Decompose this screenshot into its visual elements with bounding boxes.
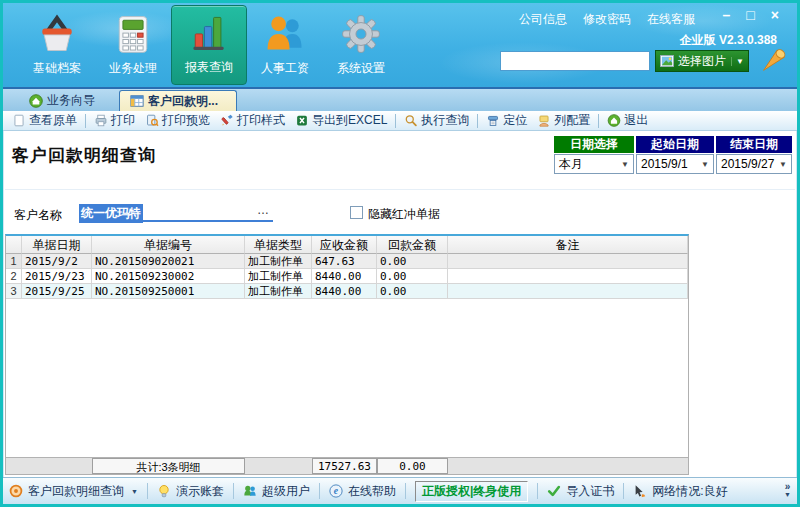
pen-icon [220,114,234,127]
start-date-header: 起始日期 [636,136,714,153]
status-separator [405,483,406,499]
cell-date: 2015/9/25 [22,284,92,299]
nav-item-hr-payroll[interactable]: 人事工资 [247,5,323,85]
online-help-label: 在线帮助 [348,483,396,500]
grid-header-row: 单据日期 单据编号 单据类型 应收金额 回款金额 备注 [6,236,688,254]
column-header[interactable]: 回款金额 [377,236,448,254]
check-icon [547,484,561,498]
summary-spacer [22,458,92,474]
minimize-button[interactable]: – [723,7,731,23]
column-header[interactable]: 备注 [448,236,688,254]
app-window: 基础档案 业务处理 [0,0,800,507]
users-icon [243,484,257,498]
customer-name-field[interactable]: 统一优玛特 … [79,202,273,222]
summary-count: 共计:3条明细 [92,458,245,474]
maximize-button[interactable]: □ [746,7,754,23]
print-button[interactable]: 打印 [89,112,140,130]
customer-name-label: 客户名称 [14,207,62,224]
cell-note [448,284,688,299]
company-info-link[interactable]: 公司信息 [519,11,567,28]
network-status-item: 网络情况:良好 [633,483,727,500]
table-row[interactable]: 2 2015/9/23 NO.201509230002 加工制作单 8440.0… [6,269,688,284]
nav-item-business-process[interactable]: 业务处理 [95,5,171,85]
cell-doc-type: 加工制作单 [245,269,312,284]
super-user-item[interactable]: 超级用户 [243,483,310,500]
excel-icon [295,114,309,127]
button-label: 定位 [503,112,527,129]
column-config-button[interactable]: 列配置 [532,112,595,130]
change-password-link[interactable]: 修改密码 [583,11,631,28]
table-row[interactable]: 1 2015/9/2 NO.201509020021 加工制作单 647.63 … [6,254,688,269]
online-help-item[interactable]: e 在线帮助 [329,483,396,500]
demo-account-item[interactable]: 演示账套 [157,483,224,500]
summary-receivable-total: 17527.63 [312,458,377,474]
print-preview-button[interactable]: 打印预览 [140,112,215,130]
summary-spacer [6,458,22,474]
image-icon [660,55,674,67]
home-exit-icon [607,114,621,127]
summary-received-total: 0.00 [377,458,448,474]
current-view-menu[interactable]: 客户回款明细查询 ▼ [9,483,138,500]
column-header[interactable]: 单据日期 [22,236,92,254]
date-filter: 日期选择 本月 ▼ 起始日期 2015/9/1 ▼ 结束日期 2015/9/27… [554,136,792,174]
status-separator [233,483,234,499]
bulb-icon [157,484,171,498]
column-header[interactable]: 单据类型 [245,236,312,254]
cell-doc-no: NO.201509230002 [92,269,245,284]
status-separator [623,483,624,499]
cell-doc-no: NO.201509250001 [92,284,245,299]
button-label: 打印 [111,112,135,129]
network-status-label: 网络情况:良好 [652,483,727,500]
import-certificate-item[interactable]: 导入证书 [547,483,614,500]
column-header[interactable]: 应收金额 [312,236,377,254]
close-button[interactable]: × [771,7,779,23]
start-date-select[interactable]: 2015/9/1 ▼ [636,154,714,174]
import-certificate-label: 导入证书 [566,483,614,500]
cell-date: 2015/9/23 [22,269,92,284]
table-row[interactable]: 3 2015/9/25 NO.201509250001 加工制作单 8440.0… [6,284,688,299]
chevron-down-icon: ▼ [701,160,709,169]
button-label: 导出到EXCEL [312,112,387,129]
chevron-down-icon: ▼ [784,491,791,499]
view-original-button[interactable]: 查看原单 [7,112,82,130]
status-separator [147,483,148,499]
grid-empty-area [6,299,688,457]
button-label: 执行查询 [421,112,469,129]
export-excel-button[interactable]: 导出到EXCEL [290,112,392,130]
nav-item-system-settings[interactable]: 系统设置 [323,5,399,85]
run-query-button[interactable]: 执行查询 [399,112,474,130]
top-banner: 基础档案 业务处理 [3,3,797,87]
horn-icon[interactable] [758,45,788,75]
nav-item-report-query[interactable]: 报表查询 [171,5,247,85]
end-date-select[interactable]: 2015/9/27 ▼ [716,154,792,174]
chevron-down-icon: ▼ [779,160,787,169]
tab-business-wizard[interactable]: 业务向导 [19,90,105,111]
hide-red-label: 隐藏红冲单据 [368,206,440,223]
cell-doc-type: 加工制作单 [245,254,312,269]
hide-red-checkbox[interactable] [350,206,363,219]
statusbar-overflow-button[interactable]: » ▼ [784,483,791,499]
status-separator [319,483,320,499]
select-image-button[interactable]: 选择图片 ▼ [655,50,749,72]
status-separator [537,483,538,499]
spreadsheet-icon [130,94,144,108]
locate-button[interactable]: 定位 [481,112,532,130]
column-header[interactable]: 单据编号 [92,236,245,254]
nav-label: 报表查询 [185,59,233,76]
toolbar-separator [598,114,599,128]
toolbar-separator [395,114,396,128]
print-style-button[interactable]: 打印样式 [215,112,290,130]
window-controls: – □ × [723,7,779,23]
exit-button[interactable]: 退出 [602,112,653,130]
date-mode-select[interactable]: 本月 ▼ [554,154,634,174]
nav-item-basic-files[interactable]: 基础档案 [19,5,95,85]
chevron-down-icon[interactable]: ▼ [731,57,744,66]
customer-lookup-button[interactable]: … [257,203,269,217]
svg-text:e: e [334,485,339,496]
print-preview-icon [145,114,159,127]
chevron-down-icon: ▼ [621,160,629,169]
start-date-value: 2015/9/1 [641,157,688,171]
tab-customer-payment[interactable]: 客户回款明... [119,90,237,111]
online-service-link[interactable]: 在线客服 [647,11,695,28]
banner-search-input[interactable] [500,51,650,71]
